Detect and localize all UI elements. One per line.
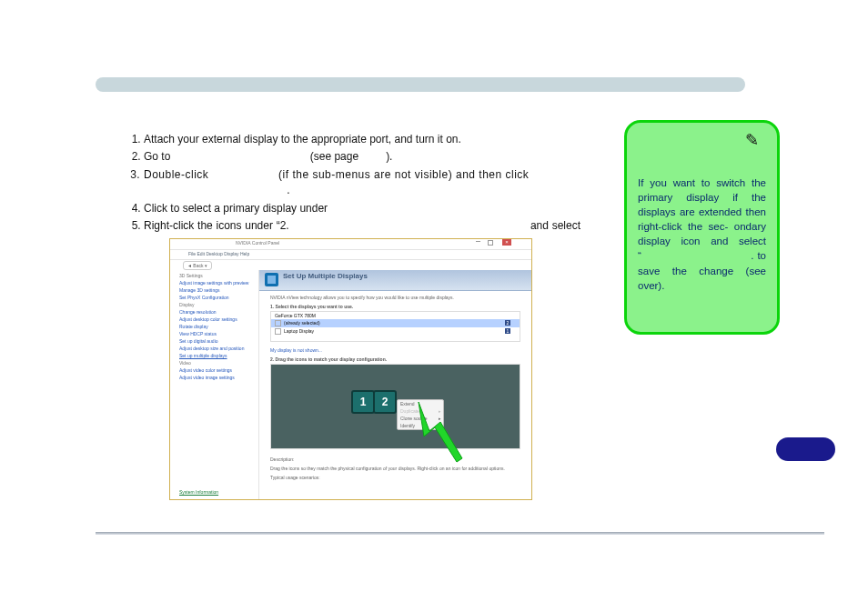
- context-menu[interactable]: Extend Duplicate Clone source Identify: [397, 399, 444, 430]
- tree-item-selected[interactable]: Set up multiple displays: [179, 352, 258, 359]
- tip-box: ✎ If you want to switch the primary disp…: [624, 120, 780, 335]
- tree-item[interactable]: Adjust video image settings: [179, 374, 258, 381]
- tree-group-3d[interactable]: 3D Settings: [179, 272, 258, 279]
- tree-group-display[interactable]: Display: [179, 301, 258, 308]
- pane-title: Set Up Multiple Displays: [283, 272, 368, 280]
- content-pane: Set Up Multiple Displays NVIDIA nView te…: [259, 270, 531, 499]
- menu-clone-source[interactable]: Clone source: [398, 415, 443, 422]
- tree-item[interactable]: Adjust desktop size and position: [179, 345, 258, 352]
- section-2-label: 2. Drag the icons to match your display …: [259, 356, 531, 364]
- tree-item[interactable]: Change resolution: [179, 308, 258, 316]
- close-icon[interactable]: ×: [502, 239, 511, 246]
- page-tab: [776, 437, 835, 461]
- back-button[interactable]: ◄ Back ▾: [183, 261, 212, 270]
- pen-icon: ✎: [745, 130, 759, 150]
- list-row-selected[interactable]: (already selected)2: [271, 319, 520, 327]
- step-1: Attach your external display to the appr…: [144, 132, 580, 147]
- task-tree[interactable]: 3D Settings Adjust image settings with p…: [170, 270, 259, 499]
- step-3: Double-click (if the sub-menus are not v…: [144, 167, 580, 199]
- tree-item[interactable]: Adjust image settings with preview: [179, 279, 258, 286]
- window-titlebar: NVIDIA Control Panel ×: [170, 239, 531, 250]
- menu-identify[interactable]: Identify: [398, 422, 443, 429]
- minimize-icon[interactable]: [476, 241, 480, 242]
- monitor-1-icon[interactable]: 1: [351, 390, 375, 414]
- not-shown-link[interactable]: My display is not shown...: [259, 347, 531, 356]
- checkbox-icon[interactable]: [275, 328, 281, 335]
- maximize-icon[interactable]: [488, 240, 493, 246]
- tree-item[interactable]: Set up digital audio: [179, 337, 258, 345]
- tree-item[interactable]: View HDCP status: [179, 330, 258, 337]
- display-arrange-area[interactable]: 1 2 Extend Duplicate Clone source Identi…: [270, 364, 520, 449]
- menu-duplicate: Duplicate: [398, 407, 443, 415]
- list-row-laptop[interactable]: Laptop Display1: [271, 327, 520, 336]
- tree-item[interactable]: Manage 3D settings: [179, 286, 258, 294]
- pane-header: Set Up Multiple Displays: [259, 270, 531, 291]
- tree-item[interactable]: Set PhysX Configuration: [179, 294, 258, 301]
- scenarios-label: Typical usage scenarios:: [259, 473, 531, 482]
- system-info-link[interactable]: System Information: [179, 488, 218, 496]
- pane-subtitle: NVIDIA nView technology allows you to sp…: [259, 291, 531, 304]
- step-4: Click to select a primary display under: [144, 201, 580, 216]
- description-text: Drag the icons so they match the physica…: [259, 464, 531, 473]
- screenshot-nvidia-panel: NVIDIA Control Panel × File Edit Desktop…: [169, 238, 532, 500]
- checkbox-icon[interactable]: [275, 320, 281, 326]
- window-title: NVIDIA Control Panel: [236, 240, 279, 246]
- list-row-gpu: GeForce GTX 780M: [271, 312, 520, 319]
- section-1-label: 1. Select the displays you want to use.: [259, 304, 531, 311]
- badge-2: 2: [505, 320, 510, 326]
- menu-bar[interactable]: File Edit Desktop Display Help: [170, 250, 531, 260]
- tree-item[interactable]: Adjust video color settings: [179, 366, 258, 374]
- tree-group-video[interactable]: Video: [179, 359, 258, 366]
- monitor-2-icon[interactable]: 2: [373, 390, 397, 414]
- displays-icon: [265, 273, 278, 286]
- description-heading: Description:: [259, 455, 531, 464]
- header-bar: [96, 77, 745, 92]
- step-2: Go to (see page ).: [144, 149, 580, 165]
- footer-rule: [96, 532, 824, 535]
- instruction-list: Attach your external display to the appr…: [116, 132, 580, 252]
- menu-extend[interactable]: Extend: [398, 400, 443, 407]
- badge-1: 1: [505, 328, 510, 334]
- display-listbox[interactable]: GeForce GTX 780M (already selected)2 Lap…: [270, 311, 520, 342]
- tree-item[interactable]: Rotate display: [179, 323, 258, 330]
- tip-text: If you want to switch the primary displa…: [638, 176, 766, 293]
- tree-item[interactable]: Adjust desktop color settings: [179, 316, 258, 323]
